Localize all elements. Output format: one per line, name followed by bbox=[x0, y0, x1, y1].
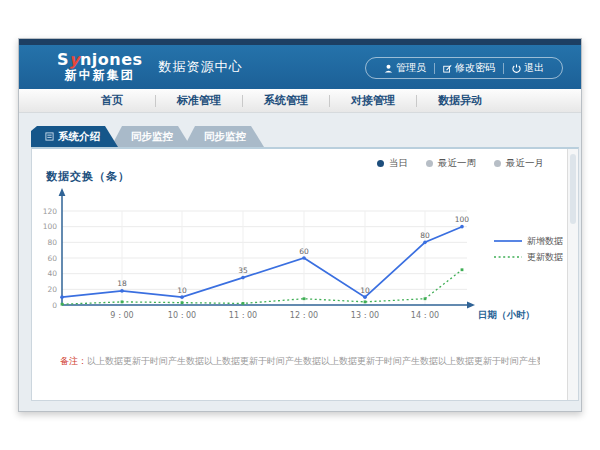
filter-1[interactable]: 当日 bbox=[377, 157, 408, 170]
data-label: 100 bbox=[455, 215, 470, 224]
brand-logo[interactable]: Synjones 新中新集团 bbox=[57, 52, 143, 81]
x-tick-label: 10：00 bbox=[168, 311, 196, 320]
logout-label: 退出 bbox=[524, 61, 544, 75]
legend-label-2: 更新数据 bbox=[527, 252, 563, 262]
nav-item-1[interactable]: 首页 bbox=[69, 89, 155, 112]
data-point bbox=[363, 295, 367, 299]
y-tick-label: 60 bbox=[47, 254, 57, 263]
data-point bbox=[364, 300, 367, 303]
radio-icon bbox=[426, 160, 433, 167]
line-chart: 0204060801001209：0010：0011：0012：0013：001… bbox=[32, 186, 568, 356]
tab-3[interactable]: 同步监控 bbox=[184, 126, 264, 147]
filter-2[interactable]: 最近一周 bbox=[426, 157, 476, 170]
data-label: 35 bbox=[238, 266, 248, 275]
content-area: 系统介绍同步监控同步监控 当日最近一周最近一月 数据交换（条） 02040608… bbox=[19, 113, 581, 412]
tab-label: 同步监控 bbox=[204, 126, 246, 147]
tab-1[interactable]: 系统介绍 bbox=[31, 126, 118, 147]
x-axis-arrow-icon bbox=[467, 302, 475, 309]
brand-company: 新中新集团 bbox=[57, 69, 143, 82]
data-point bbox=[61, 303, 64, 306]
y-tick-label: 40 bbox=[47, 269, 57, 278]
edit-icon bbox=[443, 64, 452, 73]
user-pill: 管理员 修改密码 退出 bbox=[365, 57, 563, 79]
brand-prefix: S bbox=[57, 50, 69, 69]
chart-panel: 当日最近一周最近一月 数据交换（条） 0204060801001209：0010… bbox=[31, 147, 579, 401]
main-nav: 首页标准管理系统管理对接管理数据异动 bbox=[19, 89, 581, 113]
data-label: 10 bbox=[360, 286, 370, 295]
x-tick-label: 12：00 bbox=[290, 311, 318, 320]
nav-item-3[interactable]: 系统管理 bbox=[243, 89, 329, 112]
data-label: 10 bbox=[177, 286, 187, 295]
tab-bar: 系统介绍同步监控同步监控 bbox=[31, 126, 264, 147]
data-point bbox=[303, 297, 306, 300]
data-point bbox=[423, 241, 427, 245]
filter-label: 最近一周 bbox=[438, 157, 476, 170]
data-label: 18 bbox=[117, 279, 127, 288]
x-tick-label: 13：00 bbox=[351, 311, 379, 320]
radio-icon bbox=[377, 160, 384, 167]
brand-suffix: njones bbox=[80, 50, 143, 69]
data-label: 80 bbox=[420, 231, 430, 240]
radio-icon bbox=[494, 160, 501, 167]
app-header: Synjones 新中新集团 数据资源中心 管理员 修改密码 退出 bbox=[19, 45, 581, 89]
chart-title: 数据交换（条） bbox=[46, 169, 130, 184]
filter-label: 最近一月 bbox=[506, 157, 544, 170]
data-label: 60 bbox=[299, 247, 309, 256]
footnote: 备注：以上数据更新于时间产生数据以上数据更新于时间产生数据以上数据更新于时间产生… bbox=[60, 355, 540, 368]
tab-label: 系统介绍 bbox=[58, 126, 100, 147]
data-point bbox=[120, 289, 124, 293]
footnote-text: 以上数据更新于时间产生数据以上数据更新于时间产生数据以上数据更新于时间产生数据以… bbox=[87, 356, 540, 366]
scrollbar-thumb[interactable] bbox=[570, 154, 576, 224]
nav-item-4[interactable]: 对接管理 bbox=[330, 89, 416, 112]
y-tick-label: 100 bbox=[43, 222, 58, 231]
y-tick-label: 80 bbox=[47, 238, 57, 247]
data-point bbox=[180, 295, 184, 299]
user-menu[interactable]: 管理员 bbox=[376, 61, 434, 75]
legend-label-1: 新增数据 bbox=[527, 236, 563, 246]
brand-accent: y bbox=[69, 50, 80, 69]
document-icon bbox=[45, 132, 54, 141]
data-point bbox=[461, 268, 464, 271]
data-point bbox=[181, 301, 184, 304]
y-tick-label: 120 bbox=[43, 207, 58, 216]
x-tick-label: 9：00 bbox=[110, 311, 133, 320]
app-window: Synjones 新中新集团 数据资源中心 管理员 修改密码 退出 bbox=[18, 38, 582, 412]
app-title: 数据资源中心 bbox=[159, 58, 243, 76]
power-icon bbox=[512, 64, 521, 73]
change-password-label: 修改密码 bbox=[455, 61, 495, 75]
logout-link[interactable]: 退出 bbox=[504, 61, 552, 75]
x-axis-title: 日期（小时） bbox=[478, 309, 535, 321]
user-icon bbox=[384, 64, 393, 73]
page: Synjones 新中新集团 数据资源中心 管理员 修改密码 退出 bbox=[0, 0, 600, 450]
user-name: 管理员 bbox=[396, 61, 426, 75]
nav-item-2[interactable]: 标准管理 bbox=[156, 89, 242, 112]
change-password-link[interactable]: 修改密码 bbox=[435, 61, 503, 75]
x-tick-label: 11：00 bbox=[229, 311, 257, 320]
tab-label: 同步监控 bbox=[131, 126, 173, 147]
data-point bbox=[60, 295, 64, 299]
filter-label: 当日 bbox=[389, 157, 408, 170]
data-point bbox=[121, 300, 124, 303]
data-point bbox=[241, 276, 245, 280]
brand-name: Synjones bbox=[57, 52, 143, 69]
footnote-label: 备注： bbox=[60, 356, 87, 366]
y-tick-label: 0 bbox=[52, 301, 57, 310]
tab-2[interactable]: 同步监控 bbox=[111, 126, 191, 147]
data-point bbox=[242, 302, 245, 305]
data-point bbox=[302, 256, 306, 260]
y-axis-arrow-icon bbox=[59, 188, 66, 196]
nav-item-5[interactable]: 数据异动 bbox=[417, 89, 503, 112]
panel-scrollbar[interactable] bbox=[567, 149, 578, 400]
data-point bbox=[424, 297, 427, 300]
filter-3[interactable]: 最近一月 bbox=[494, 157, 544, 170]
y-tick-label: 20 bbox=[47, 285, 57, 294]
data-point bbox=[460, 225, 464, 229]
range-filter-group: 当日最近一周最近一月 bbox=[377, 157, 544, 170]
x-tick-label: 14：00 bbox=[411, 311, 439, 320]
